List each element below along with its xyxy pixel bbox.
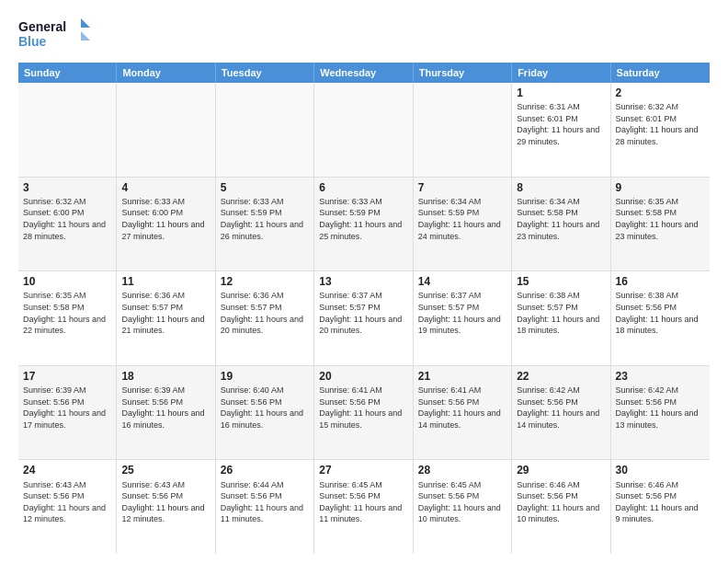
calendar-cell: 22Sunrise: 6:42 AM Sunset: 5:56 PM Dayli… <box>512 366 610 460</box>
day-number: 25 <box>121 463 210 477</box>
cell-info: Sunrise: 6:33 AM Sunset: 5:59 PM Dayligh… <box>221 196 309 242</box>
calendar-cell: 20Sunrise: 6:41 AM Sunset: 5:56 PM Dayli… <box>314 366 413 460</box>
calendar-cell: 12Sunrise: 6:36 AM Sunset: 5:57 PM Dayli… <box>216 271 314 365</box>
day-number: 3 <box>23 180 111 195</box>
cell-info: Sunrise: 6:42 AM Sunset: 5:56 PM Dayligh… <box>616 385 705 431</box>
cell-info: Sunrise: 6:35 AM Sunset: 5:58 PM Dayligh… <box>23 290 111 336</box>
cell-info: Sunrise: 6:43 AM Sunset: 5:56 PM Dayligh… <box>121 479 210 525</box>
cell-info: Sunrise: 6:34 AM Sunset: 5:59 PM Dayligh… <box>418 196 506 242</box>
cell-info: Sunrise: 6:36 AM Sunset: 5:57 PM Dayligh… <box>121 290 210 336</box>
calendar-cell: 2Sunrise: 6:32 AM Sunset: 6:01 PM Daylig… <box>611 83 710 177</box>
day-number: 12 <box>221 274 309 289</box>
day-number: 9 <box>616 180 705 195</box>
weekday-header: Wednesday <box>314 63 413 83</box>
calendar-cell: 21Sunrise: 6:41 AM Sunset: 5:56 PM Dayli… <box>414 366 512 460</box>
calendar-cell: 15Sunrise: 6:38 AM Sunset: 5:57 PM Dayli… <box>512 271 610 365</box>
calendar-cell: 6Sunrise: 6:33 AM Sunset: 5:59 PM Daylig… <box>314 178 413 271</box>
cell-info: Sunrise: 6:36 AM Sunset: 5:57 PM Dayligh… <box>221 290 309 336</box>
cell-info: Sunrise: 6:38 AM Sunset: 5:56 PM Dayligh… <box>616 290 705 336</box>
calendar-cell: 26Sunrise: 6:44 AM Sunset: 5:56 PM Dayli… <box>216 460 314 554</box>
cell-info: Sunrise: 6:32 AM Sunset: 6:01 PM Dayligh… <box>616 101 705 147</box>
cell-info: Sunrise: 6:43 AM Sunset: 5:56 PM Dayligh… <box>23 479 111 525</box>
day-number: 6 <box>319 180 407 195</box>
day-number: 2 <box>616 86 705 100</box>
cell-info: Sunrise: 6:38 AM Sunset: 5:57 PM Dayligh… <box>517 290 605 336</box>
calendar-cell: 13Sunrise: 6:37 AM Sunset: 5:57 PM Dayli… <box>314 271 413 365</box>
cell-info: Sunrise: 6:37 AM Sunset: 5:57 PM Dayligh… <box>418 290 506 336</box>
calendar-row: 17Sunrise: 6:39 AM Sunset: 5:56 PM Dayli… <box>18 366 710 461</box>
cell-info: Sunrise: 6:33 AM Sunset: 5:59 PM Dayligh… <box>319 196 407 242</box>
calendar-row: 3Sunrise: 6:32 AM Sunset: 6:00 PM Daylig… <box>18 178 710 272</box>
svg-marker-3 <box>81 31 90 40</box>
day-number: 17 <box>23 369 111 384</box>
day-number: 15 <box>517 274 605 289</box>
calendar-cell: 17Sunrise: 6:39 AM Sunset: 5:56 PM Dayli… <box>18 366 117 460</box>
calendar-cell: 8Sunrise: 6:34 AM Sunset: 5:58 PM Daylig… <box>512 178 610 271</box>
day-number: 13 <box>319 274 407 289</box>
day-number: 10 <box>23 274 111 289</box>
calendar-cell: 14Sunrise: 6:37 AM Sunset: 5:57 PM Dayli… <box>414 271 512 365</box>
cell-info: Sunrise: 6:42 AM Sunset: 5:56 PM Dayligh… <box>517 385 605 431</box>
day-number: 7 <box>418 180 506 195</box>
day-number: 22 <box>517 369 605 384</box>
cell-info: Sunrise: 6:39 AM Sunset: 5:56 PM Dayligh… <box>121 385 210 431</box>
calendar-cell: 4Sunrise: 6:33 AM Sunset: 6:00 PM Daylig… <box>117 178 215 271</box>
day-number: 30 <box>616 463 705 477</box>
weekday-header: Friday <box>512 63 610 83</box>
calendar-cell: 18Sunrise: 6:39 AM Sunset: 5:56 PM Dayli… <box>117 366 215 460</box>
day-number: 14 <box>418 274 506 289</box>
empty-cell <box>414 83 512 177</box>
calendar: SundayMondayTuesdayWednesdayThursdayFrid… <box>18 63 710 554</box>
day-number: 28 <box>418 463 506 477</box>
weekday-header: Tuesday <box>216 63 314 83</box>
page: General Blue SundayMondayTuesdayWednesda… <box>0 0 728 563</box>
calendar-cell: 29Sunrise: 6:46 AM Sunset: 5:56 PM Dayli… <box>512 460 610 554</box>
day-number: 20 <box>319 369 407 384</box>
cell-info: Sunrise: 6:41 AM Sunset: 5:56 PM Dayligh… <box>319 385 407 431</box>
cell-info: Sunrise: 6:44 AM Sunset: 5:56 PM Dayligh… <box>221 479 309 525</box>
calendar-cell: 19Sunrise: 6:40 AM Sunset: 5:56 PM Dayli… <box>216 366 314 460</box>
calendar-cell: 27Sunrise: 6:45 AM Sunset: 5:56 PM Dayli… <box>314 460 413 554</box>
weekday-header: Thursday <box>414 63 512 83</box>
weekday-header: Monday <box>117 63 215 83</box>
calendar-cell: 9Sunrise: 6:35 AM Sunset: 5:58 PM Daylig… <box>611 178 710 271</box>
day-number: 16 <box>616 274 705 289</box>
day-number: 24 <box>23 463 111 477</box>
day-number: 29 <box>517 463 605 477</box>
cell-info: Sunrise: 6:40 AM Sunset: 5:56 PM Dayligh… <box>221 385 309 431</box>
cell-info: Sunrise: 6:34 AM Sunset: 5:58 PM Dayligh… <box>517 196 605 242</box>
calendar-row: 24Sunrise: 6:43 AM Sunset: 5:56 PM Dayli… <box>18 460 710 554</box>
empty-cell <box>216 83 314 177</box>
cell-info: Sunrise: 6:31 AM Sunset: 6:01 PM Dayligh… <box>517 101 605 147</box>
cell-info: Sunrise: 6:33 AM Sunset: 6:00 PM Dayligh… <box>121 196 210 242</box>
cell-info: Sunrise: 6:45 AM Sunset: 5:56 PM Dayligh… <box>418 479 506 525</box>
weekday-header: Sunday <box>18 63 117 83</box>
day-number: 5 <box>221 180 309 195</box>
day-number: 21 <box>418 369 506 384</box>
day-number: 18 <box>121 369 210 384</box>
svg-text:General: General <box>18 19 66 34</box>
day-number: 4 <box>121 180 210 195</box>
logo-svg: General Blue <box>18 15 92 55</box>
calendar-cell: 24Sunrise: 6:43 AM Sunset: 5:56 PM Dayli… <box>18 460 117 554</box>
cell-info: Sunrise: 6:46 AM Sunset: 5:56 PM Dayligh… <box>517 479 605 525</box>
calendar-cell: 1Sunrise: 6:31 AM Sunset: 6:01 PM Daylig… <box>512 83 610 177</box>
cell-info: Sunrise: 6:35 AM Sunset: 5:58 PM Dayligh… <box>616 196 705 242</box>
empty-cell <box>314 83 413 177</box>
day-number: 19 <box>221 369 309 384</box>
calendar-row: 1Sunrise: 6:31 AM Sunset: 6:01 PM Daylig… <box>18 83 710 178</box>
calendar-body: 1Sunrise: 6:31 AM Sunset: 6:01 PM Daylig… <box>18 83 710 554</box>
day-number: 26 <box>221 463 309 477</box>
cell-info: Sunrise: 6:41 AM Sunset: 5:56 PM Dayligh… <box>418 385 506 431</box>
calendar-header: SundayMondayTuesdayWednesdayThursdayFrid… <box>18 63 710 83</box>
cell-info: Sunrise: 6:37 AM Sunset: 5:57 PM Dayligh… <box>319 290 407 336</box>
calendar-cell: 16Sunrise: 6:38 AM Sunset: 5:56 PM Dayli… <box>611 271 710 365</box>
calendar-cell: 10Sunrise: 6:35 AM Sunset: 5:58 PM Dayli… <box>18 271 117 365</box>
weekday-header: Saturday <box>611 63 710 83</box>
day-number: 1 <box>517 86 605 100</box>
cell-info: Sunrise: 6:46 AM Sunset: 5:56 PM Dayligh… <box>616 479 705 525</box>
calendar-cell: 5Sunrise: 6:33 AM Sunset: 5:59 PM Daylig… <box>216 178 314 271</box>
day-number: 11 <box>121 274 210 289</box>
svg-text:Blue: Blue <box>18 34 47 49</box>
calendar-row: 10Sunrise: 6:35 AM Sunset: 5:58 PM Dayli… <box>18 271 710 366</box>
